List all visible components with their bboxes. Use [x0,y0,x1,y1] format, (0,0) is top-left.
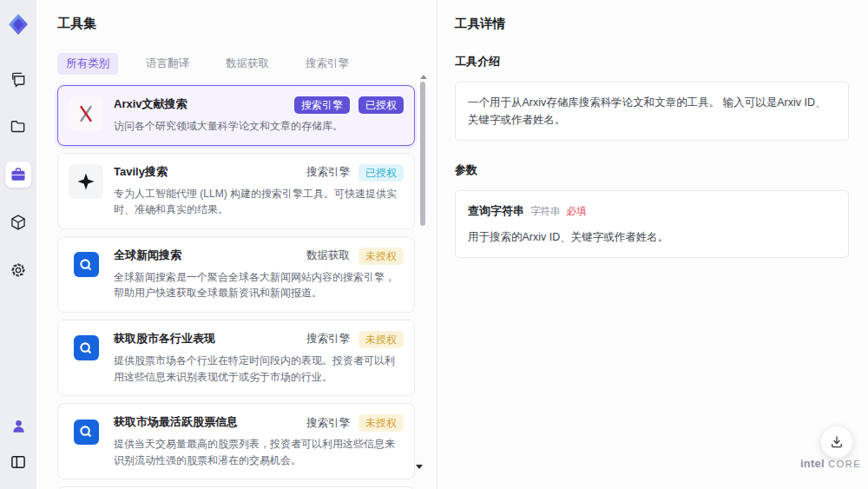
category-tabs: 所有类别 语言翻译 数据获取 搜索引擎 [57,53,437,75]
tab-language-translation[interactable]: 语言翻译 [137,53,198,75]
tool-name: 获取股市各行业表现 [114,331,215,347]
category-badge: 搜索引擎 [294,96,350,114]
settings-nav-button[interactable] [5,257,31,283]
tool-desc: 提供股票市场各个行业在特定时间段内的表现。投资者可以利用这些信息来识别表现优于或… [114,353,404,385]
param-desc: 用于搜索的Arxiv ID、关键字或作者姓名。 [468,228,836,246]
tool-name: 获取市场最活跃股票信息 [114,414,238,430]
page-title: 工具集 [57,16,437,32]
tool-name: Tavily搜索 [114,164,168,180]
auth-badge: 已授权 [358,164,404,182]
params-section-title: 参数 [455,162,849,178]
chat-icon [10,70,27,88]
category-label: 搜索引擎 [306,165,350,180]
category-label: 数据获取 [306,248,350,263]
list-scrollbar[interactable] [419,75,426,474]
tool-card-global-news[interactable]: 全球新闻搜索 数据获取 未授权 全球新闻搜索是一个聚合全球各大新闻网站内容的搜索… [57,236,415,313]
auth-badge: 未授权 [358,248,404,265]
scroll-up-arrow-icon[interactable] [420,75,427,79]
layout-panel-icon [10,453,27,471]
scrollbar-thumb[interactable] [420,82,425,226]
scroll-down-arrow-icon[interactable] [416,465,423,469]
param-name: 查询字符串 [468,202,524,221]
files-nav-button[interactable] [5,114,31,140]
category-label: 搜索引擎 [306,416,350,431]
tools-nav-button[interactable] [5,162,31,188]
stock-search-icon [69,414,103,449]
collapse-panel-button[interactable] [5,449,31,475]
tavily-star-icon [69,164,103,199]
rail-bottom [5,413,31,475]
tool-desc: 专为人工智能代理 (LLM) 构建的搜索引擎工具。可快速提供实时、准确和真实的结… [114,186,404,218]
category-label: 搜索引擎 [306,332,350,347]
app-logo[interactable] [6,12,30,36]
tool-desc: 提供当天交易量最高的股票列表，投资者可以利用这些信息来识别流动性强的股票和潜在的… [114,436,404,468]
arxiv-logo-icon [69,96,103,131]
detail-title: 工具详情 [455,16,849,32]
auth-badge: 已授权 [358,96,404,114]
gear-icon [10,261,27,279]
auth-badge: 未授权 [358,331,404,348]
download-icon [829,434,845,450]
user-icon [10,418,27,434]
left-rail [0,0,36,489]
tab-search-engine[interactable]: 搜索引擎 [297,53,358,75]
briefcase-icon [10,166,27,183]
tool-card-active-stocks[interactable]: 获取市场最活跃股票信息 搜索引擎 未授权 提供当天交易量最高的股票列表，投资者可… [57,403,415,479]
gem-logo-icon [7,13,30,36]
intro-section-title: 工具介绍 [455,54,849,69]
tab-data-retrieval[interactable]: 数据获取 [217,53,278,75]
intel-wordmark: intel [800,457,825,470]
param-required-badge: 必填 [567,203,587,219]
tool-card-stock-sectors[interactable]: 获取股市各行业表现 搜索引擎 未授权 提供股票市场各个行业在特定时间段内的表现。… [57,320,415,396]
chat-nav-button[interactable] [5,66,31,92]
core-wordmark: CORE [828,459,861,469]
folder-icon [10,118,27,135]
tool-detail-panel: 工具详情 工具介绍 一个用于从Arxiv存储库搜索科学论文和文章的工具。 输入可… [437,0,868,489]
tool-name: Arxiv文献搜索 [114,96,187,112]
tool-desc: 访问各个研究领域大量科学论文和文章的存储库。 [114,118,404,135]
account-button[interactable] [5,413,31,439]
news-search-icon [69,248,103,282]
tool-card-arxiv[interactable]: Arxiv文献搜索 搜索引擎 已授权 访问各个研究领域大量科学论文和文章的存储库… [57,85,415,146]
rail-nav [5,66,31,283]
tool-cards: Arxiv文献搜索 搜索引擎 已授权 访问各个研究领域大量科学论文和文章的存储库… [57,85,415,489]
intro-box: 一个用于从Arxiv存储库搜索科学论文和文章的工具。 输入可以是Arxiv ID… [455,82,849,141]
auth-badge: 未授权 [358,414,404,432]
tool-desc: 全球新闻搜索是一个聚合全球各大新闻网站内容的搜索引擎，帮助用户快速获取全球最新资… [114,269,404,301]
packages-nav-button[interactable] [5,209,31,235]
download-button[interactable] [820,426,853,459]
tool-card-tavily[interactable]: Tavily搜索 搜索引擎 已授权 专为人工智能代理 (LLM) 构建的搜索引擎… [57,153,415,229]
cube-icon [10,214,27,231]
tool-list-panel: 工具集 所有类别 语言翻译 数据获取 搜索引擎 Arxiv文献搜索 搜索引擎 已… [36,0,437,489]
intel-core-logo: intel CORE [800,455,861,471]
stock-search-icon [69,331,103,366]
param-box: 查询字符串 字符串 必填 用于搜索的Arxiv ID、关键字或作者姓名。 [455,190,849,258]
param-type: 字符串 [530,203,561,219]
tab-all-categories[interactable]: 所有类别 [57,53,118,75]
tool-name: 全球新闻搜索 [114,248,181,263]
